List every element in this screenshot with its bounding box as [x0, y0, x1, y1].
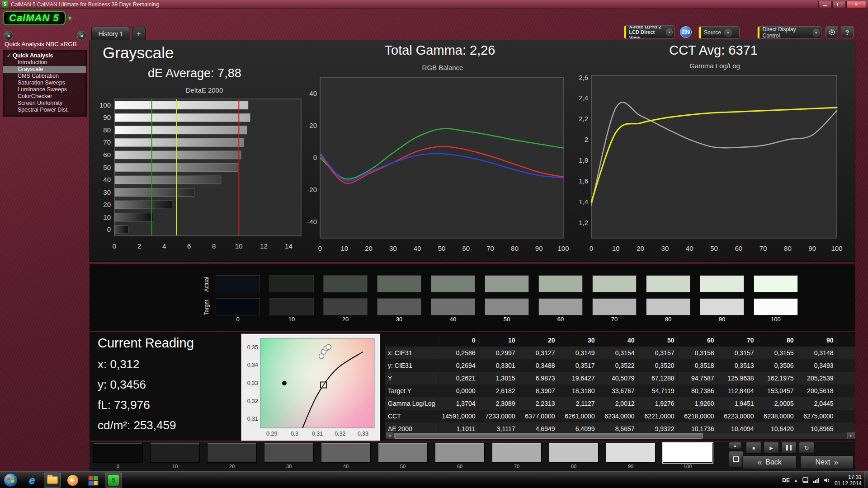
settings-button[interactable] — [826, 26, 838, 38]
next-button[interactable]: Next » — [800, 455, 854, 469]
sidebar-item-colorchecker[interactable]: ColorChecker — [3, 93, 86, 100]
sidebar-header: Quick Analysis NBC sRGB — [5, 41, 77, 47]
logo-dropdown-icon[interactable]: ▼ — [68, 16, 72, 21]
sidebar-item-spectral-power-dist-[interactable]: Spectral Power Dist. — [3, 107, 86, 113]
pattern-swatch[interactable] — [93, 443, 143, 463]
svg-text:50: 50 — [103, 164, 111, 171]
minimize-button[interactable] — [818, 1, 832, 8]
pattern-tile-20[interactable]: 20 — [207, 443, 257, 469]
start-button[interactable] — [4, 473, 18, 487]
pattern-swatch[interactable] — [264, 443, 314, 463]
sidebar-item-saturation-sweeps[interactable]: Saturation Sweeps — [3, 80, 86, 86]
language-indicator[interactable]: DE — [782, 477, 790, 483]
minimize-icon — [823, 5, 827, 6]
tray-expand-icon[interactable]: ▲ — [794, 478, 798, 483]
scrollbar-track[interactable] — [393, 432, 847, 439]
pattern-swatch[interactable] — [150, 443, 200, 463]
pattern-tile-60[interactable]: 60 — [435, 443, 485, 469]
svg-text:70: 70 — [486, 244, 494, 252]
test-pattern-strip: 0102030405060708090100 ▲ ■ ▶ ↻ « Back Ne… — [90, 442, 855, 471]
pattern-tile-0[interactable]: 0 — [93, 443, 143, 469]
table-column-header: 10 — [478, 334, 518, 347]
pattern-swatch[interactable] — [606, 443, 656, 463]
meter-dropdown[interactable]: X-Rite i1Pro 2 LCD Direct View ▼ — [624, 25, 675, 39]
sidebar-item-grayscale[interactable]: Grayscale — [3, 66, 86, 73]
nav-back-button[interactable]: ◄ — [4, 31, 13, 40]
help-button[interactable]: ? — [841, 26, 854, 38]
speaker-icon[interactable] — [824, 477, 830, 483]
taskbar-ie-button[interactable]: e — [24, 473, 41, 488]
pattern-tile-100[interactable]: 100 — [663, 443, 712, 469]
close-button[interactable]: ✕ — [846, 1, 866, 8]
pattern-tile-10[interactable]: 10 — [150, 443, 200, 469]
pattern-swatch[interactable] — [435, 443, 485, 463]
sidebar-item-cms-calibration[interactable]: CMS Calibration — [3, 73, 86, 80]
pattern-swatch[interactable] — [663, 443, 712, 463]
tab-history-1[interactable]: History 1 — [91, 27, 130, 40]
show-desktop-button[interactable] — [864, 472, 868, 488]
sidebar-root-item[interactable]: ✓Quick Analysis — [3, 52, 86, 59]
sidebar-item-introduction[interactable]: Introduction — [3, 59, 86, 66]
sidebar-collapse-button[interactable]: ◀ — [77, 31, 86, 40]
swatch — [538, 298, 583, 315]
table-cell: 14591,0000 — [439, 410, 478, 422]
network-icon[interactable] — [813, 477, 820, 483]
table-column-header: 60 — [677, 334, 717, 347]
pattern-swatch[interactable] — [492, 443, 542, 463]
taskbar-calman-button[interactable]: 5 — [105, 473, 122, 488]
svg-text:10: 10 — [612, 244, 620, 252]
table-column-header: 0 — [439, 334, 478, 347]
pattern-swatch[interactable] — [378, 443, 428, 463]
pattern-tile-80[interactable]: 80 — [549, 443, 599, 469]
pattern-tile-90[interactable]: 90 — [606, 443, 656, 469]
pause-button[interactable] — [781, 442, 797, 454]
pattern-up-button[interactable]: ▲ — [729, 442, 741, 449]
svg-text:10: 10 — [103, 213, 111, 221]
action-center-icon[interactable] — [802, 477, 809, 483]
window-titlebar[interactable]: 5 CalMAN 5 CalMAN Ultimate for Business … — [0, 0, 868, 9]
maximize-button[interactable] — [832, 1, 846, 8]
pattern-swatch[interactable] — [549, 443, 599, 463]
cie-chromaticity-chart: 0,310,320,330,340,350,290,30,310,320,33 — [242, 335, 379, 440]
chevron-down-icon[interactable]: ▼ — [666, 28, 673, 36]
table-cell: 2,1127 — [558, 397, 598, 410]
loop-button[interactable]: ↻ — [799, 442, 814, 454]
pattern-tile-label: 70 — [514, 464, 519, 469]
back-button[interactable]: « Back — [742, 455, 797, 469]
results-table-body: x: CIE310,25860,29970,31270,31490,31540,… — [385, 347, 855, 435]
results-table: 0102030405060708090100 x: CIE310,25860,2… — [385, 334, 855, 435]
taskbar-explorer-button[interactable] — [44, 473, 61, 488]
play-button[interactable]: ▶ — [764, 442, 779, 454]
cct-average-stat: CCT Avg: 6371 — [634, 43, 793, 58]
pattern-swatch[interactable] — [207, 443, 257, 463]
scroll-right-icon[interactable]: ► — [847, 432, 855, 439]
stop-button[interactable]: ■ — [746, 442, 761, 454]
pattern-tile-50[interactable]: 50 — [378, 443, 428, 469]
chevron-down-icon[interactable]: ▼ — [813, 29, 820, 37]
svg-text:30: 30 — [103, 188, 111, 196]
pattern-tile-30[interactable]: 30 — [264, 443, 314, 469]
pattern-tile-40[interactable]: 40 — [321, 443, 371, 469]
display-control-dropdown[interactable]: Direct Display Control ▼ — [757, 26, 821, 39]
internet-explorer-icon: e — [29, 474, 35, 487]
chevron-down-icon[interactable]: ▼ — [724, 29, 732, 37]
table-cell: 0,34 — [836, 359, 855, 372]
scroll-left-icon[interactable]: ◄ — [386, 432, 393, 439]
pattern-window-button[interactable] — [729, 451, 743, 467]
svg-text:6: 6 — [187, 242, 191, 250]
table-horizontal-scrollbar[interactable]: ◄ ► — [385, 432, 855, 440]
pattern-swatch[interactable] — [321, 443, 371, 463]
sidebar-item-luminance-sweeps[interactable]: Luminance Sweeps — [3, 86, 86, 93]
source-dropdown[interactable]: Source ▼ — [698, 26, 740, 39]
pattern-tile-70[interactable]: 70 — [492, 443, 542, 469]
table-cell: 2,27 — [836, 397, 855, 410]
svg-text:90: 90 — [103, 113, 111, 121]
sidebar-item-screen-uniformity[interactable]: Screen Uniformity — [3, 100, 86, 107]
tab-add-button[interactable]: + — [132, 27, 146, 40]
taskbar-color-app-button[interactable] — [85, 473, 102, 488]
sidebar-tree: ✓Quick Analysis IntroductionGrayscaleCMS… — [3, 50, 87, 117]
meter-count-badge[interactable]: 239 — [680, 26, 692, 38]
taskbar-media-player-button[interactable]: ▶ — [64, 473, 81, 488]
scrollbar-thumb[interactable] — [394, 433, 703, 439]
taskbar-clock[interactable]: 17:31 01.12.2014 — [835, 474, 862, 487]
